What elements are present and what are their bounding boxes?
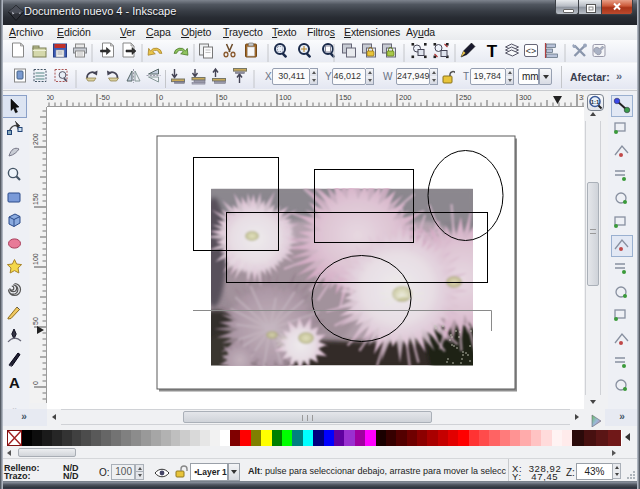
svg-text:200: 200 [32,133,39,145]
svg-text:350: 350 [579,93,584,102]
svg-text:0: 0 [32,381,39,385]
svg-text:-50: -50 [99,93,110,102]
svg-text:A: A [9,374,20,391]
svg-text:1:1: 1:1 [591,99,600,105]
svg-text:<>: <> [526,46,537,56]
svg-text:250: 250 [459,93,472,102]
svg-text:-100: -100 [47,93,54,102]
svg-text:200: 200 [399,93,412,102]
svg-text:100: 100 [279,93,292,102]
svg-text:150: 150 [339,93,352,102]
svg-text:150: 150 [32,193,39,205]
svg-text:T: T [487,42,498,61]
svg-text:50: 50 [219,93,227,102]
svg-text:50: 50 [32,317,39,325]
svg-text:300: 300 [519,93,532,102]
svg-text:0: 0 [159,93,163,102]
svg-text:100: 100 [32,253,39,265]
